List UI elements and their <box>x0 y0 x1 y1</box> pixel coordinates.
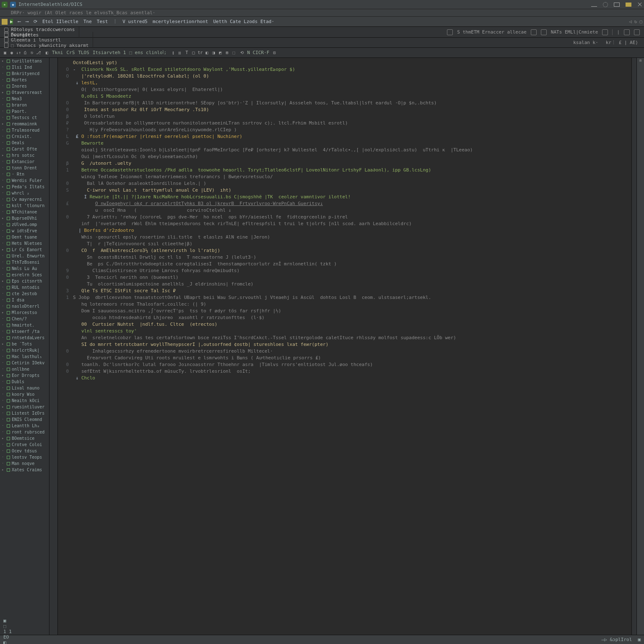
nav-reload-icon[interactable]: ↻ <box>634 19 637 24</box>
minimize-button[interactable] <box>591 3 597 7</box>
project-sidebar[interactable]: ▸turillottans·Ilsi Ind·Bnkrityencd·Rorte… <box>0 58 49 635</box>
sidebar-item[interactable]: ·Hets Nletses <box>0 240 49 247</box>
sidebar-item[interactable]: ·Crnivit. <box>0 133 49 140</box>
toolbar-button[interactable]: ◉ <box>8 49 15 56</box>
sidebar-item[interactable]: ·Cv mayrecrni <box>0 196 49 203</box>
sidebar-item[interactable]: ·Trulmsoreud <box>0 127 49 133</box>
menu-item[interactable]: ⋮ <box>110 18 120 25</box>
close-button[interactable] <box>637 2 642 7</box>
run-icon[interactable]: ▶ <box>10 19 13 24</box>
sidebar-item[interactable]: ▸Eps citsnrth <box>0 278 49 284</box>
maximize-button[interactable] <box>614 3 620 7</box>
toolbar-button[interactable]: ⎇ <box>35 49 42 56</box>
sidebar-item[interactable]: ▸BOemtsice <box>0 435 49 441</box>
toolbar-button[interactable]: Tkni <box>50 50 65 55</box>
sidebar-item[interactable]: ·Hac lasthul₅ <box>0 353 49 360</box>
sidebar-item[interactable]: ·Nea3 <box>0 96 49 102</box>
sidebar-item[interactable]: ·nasloDterrl <box>0 303 49 309</box>
nav-forward-icon[interactable]: ▢ <box>639 19 642 24</box>
menu-item[interactable]: ⟳ <box>31 18 40 25</box>
more-icon[interactable] <box>602 29 608 35</box>
menu-item[interactable]: Test <box>94 18 111 25</box>
toolbar-button[interactable]: tr <box>197 49 203 56</box>
sidebar-item[interactable]: ▸be ˙Tots <box>0 341 49 347</box>
sidebar-item[interactable]: ·Extancior <box>0 158 49 165</box>
sidebar-item[interactable]: ·NTchitanoe <box>0 209 49 215</box>
sidebar-item[interactable]: ·Werdis Fuler <box>0 177 49 184</box>
sidebar-item[interactable]: ▸Otaversreast <box>0 89 49 96</box>
sidebar-item[interactable]: ·Testscs ct <box>0 114 49 121</box>
prev-tab-icon[interactable] <box>624 29 630 35</box>
sidebar-item[interactable]: ·kslt 'tlonurn <box>0 203 49 209</box>
breadcrumb-item[interactable]: Frcnide <box>0 32 93 37</box>
sidebar-item[interactable]: ·RUL nntodis <box>0 284 49 291</box>
sidebar-item[interactable]: ▸Mlorcestso <box>0 309 49 316</box>
sidebar-item[interactable]: ·Rortes <box>0 77 49 83</box>
sidebar-item[interactable]: ·TthTzBsensi <box>0 259 49 265</box>
sidebar-item[interactable]: ·hmairtot. <box>0 322 49 328</box>
toolbar-button[interactable]: Itsiarvteh 1 <box>91 50 127 55</box>
tool-action-icon[interactable] <box>447 29 453 35</box>
sidebar-item[interactable]: ▸ruesintiluver <box>0 404 49 410</box>
toolbar-button[interactable]: ⊞ <box>223 49 230 56</box>
sidebar-item[interactable]: ·tonn Drent <box>0 165 49 171</box>
toolbar-button[interactable]: ⬚ <box>230 49 237 56</box>
sidebar-item[interactable]: ▸BuprseOVhi <box>0 215 49 221</box>
notification-icon[interactable] <box>626 3 631 7</box>
sidebar-item[interactable]: ·ront rubrsced <box>0 429 49 435</box>
sidebar-item[interactable]: ·Man noqve <box>0 460 49 467</box>
sidebar-item[interactable]: ·leotsv Teops <box>0 454 49 460</box>
breadcrumb-item[interactable]: Gleemta i lnussrtl <box>0 37 93 43</box>
status-segment[interactable]: ▣ <box>638 637 641 642</box>
sidebar-item[interactable]: ·Listest I¢Ors <box>0 410 49 416</box>
toolbar-button[interactable]: ⫿ <box>170 49 177 56</box>
sidebar-item[interactable]: ·hsrlcrtRuk| <box>0 347 49 353</box>
menu-item[interactable]: mcertylesertionrhont <box>150 18 210 25</box>
settings-button[interactable] <box>603 2 608 7</box>
sidebar-item[interactable]: ·w idtsErve <box>0 228 49 234</box>
next-tab-icon[interactable] <box>634 29 640 35</box>
toolbar-button[interactable]: □ <box>190 49 197 56</box>
toolbar-button[interactable]: ◧ <box>203 49 210 56</box>
sidebar-item[interactable]: ·Neaitn kOci <box>0 397 49 404</box>
sidebar-item[interactable]: ·rntsetdaLvers <box>0 335 49 341</box>
sidebar-item[interactable]: ·Oent tuane <box>0 234 49 240</box>
sidebar-item[interactable]: ·Ilsi Ind <box>0 64 49 70</box>
status-segment[interactable]: —▷ &ɔрlIrol <box>602 637 632 642</box>
sidebar-item[interactable]: ·Nmls Lu Au <box>0 265 49 272</box>
toolbar-button[interactable]: N CICR·F <box>245 50 271 55</box>
sidebar-item[interactable]: ·ktseerf /ta <box>0 328 49 335</box>
toolbar-button[interactable]: ⎙ <box>22 49 29 56</box>
sidebar-item[interactable]: ▸turillottans <box>0 58 49 64</box>
sidebar-item[interactable]: ·Bnkrityencd <box>0 70 49 77</box>
sidebar-item[interactable]: ·zUlvedₒomp <box>0 221 49 228</box>
toolbar-button[interactable]: ▣ <box>2 49 8 56</box>
sidebar-item[interactable]: ·esrelrn Sces <box>0 272 49 278</box>
sidebar-item[interactable]: ·Urel. Enwurtn <box>0 253 49 259</box>
runconfig-label-a[interactable]: S thmETM Ernaccer allecae <box>457 29 527 35</box>
toolbar-button[interactable]: CrS <box>65 50 77 55</box>
toolbar-button[interactable]: T <box>183 49 190 56</box>
breadcrumb-item[interactable]: ⬚ Yeunocs yAwnictiny aksarmt <box>0 43 93 48</box>
toolbar-button[interactable]: ⫼ <box>177 49 183 56</box>
sidebar-item[interactable]: ·onllbne <box>0 366 49 372</box>
sidebar-item[interactable]: ·Dubls <box>0 379 49 385</box>
sidebar-item[interactable]: ·Crotve Coloi <box>0 441 49 448</box>
toolbar-button[interactable]: ⬚ ens clinloݳ; <box>127 50 168 55</box>
status-segment[interactable]: ◧ <box>3 640 73 644</box>
split-icon[interactable] <box>541 29 547 35</box>
toolbar-button[interactable]: ◩ <box>217 49 223 56</box>
menu-item[interactable]: V ustred5 <box>120 18 150 25</box>
gear-icon[interactable] <box>531 29 537 35</box>
toolbar-button[interactable]: ⟲ <box>239 49 245 56</box>
sidebar-item[interactable]: ·· Rtn <box>0 171 49 177</box>
right-tool-icon[interactable]: ⊞ <box>639 60 643 62</box>
toolbar-button[interactable]: ◨ <box>210 49 217 56</box>
sidebar-item[interactable]: ▸Peda's Iltats <box>0 184 49 190</box>
sidebar-item[interactable]: ▸reommainnk <box>0 121 49 127</box>
toolbar-button[interactable]: ⎋ <box>29 49 35 56</box>
menu-item[interactable]: ⟶ <box>23 18 31 25</box>
sidebar-item[interactable]: ·Paort. <box>0 108 49 114</box>
toolbar-button[interactable]: TLOS <box>76 50 91 55</box>
toolbar-button[interactable]: ⊡ <box>271 49 278 56</box>
